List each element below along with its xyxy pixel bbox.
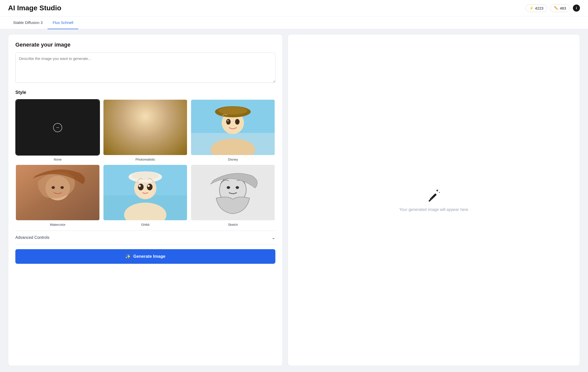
style-grid: − None	[15, 99, 275, 227]
svg-point-2	[133, 112, 158, 137]
empty-state-text: Your generated image will appear here	[399, 207, 468, 212]
advanced-controls-label: Advanced Controls	[15, 235, 49, 240]
style-item-photorealistic[interactable]: Photorealistic	[103, 99, 188, 161]
svg-point-36	[236, 186, 239, 189]
photorealistic-image	[103, 100, 187, 155]
style-item-watercolor[interactable]: Watercolor	[15, 164, 100, 227]
flash-credits-badge[interactable]: ⚡ 4223	[526, 4, 547, 12]
wand-icon: ✨	[125, 254, 131, 259]
style-thumb-photorealistic[interactable]	[103, 99, 188, 156]
flash-credits-value: 4223	[535, 6, 543, 10]
style-name-watercolor: Watercolor	[50, 223, 65, 227]
right-panel: Your generated image will appear here	[288, 34, 580, 366]
chevron-down-icon: ⌄	[272, 235, 275, 240]
empty-state: Your generated image will appear here	[399, 188, 468, 212]
section-title: Generate your image	[15, 42, 275, 48]
style-name-sketch: Sketch	[228, 223, 238, 227]
header: AI Image Studio ⚡ 4223 ✏️ 483 i	[0, 0, 588, 16]
info-icon: i	[576, 6, 577, 10]
svg-point-5	[140, 123, 143, 125]
style-thumb-disney[interactable]	[191, 99, 275, 156]
magic-wand-illustration	[426, 188, 441, 203]
app-title: AI Image Studio	[8, 4, 61, 12]
svg-point-14	[235, 119, 240, 125]
tab-flux-schnell[interactable]: Flux Schnell	[48, 16, 78, 29]
svg-point-30	[139, 185, 141, 187]
svg-point-31	[148, 185, 150, 187]
style-item-ghibli[interactable]: Ghibli	[103, 164, 188, 227]
tabs-bar: Stable Diffusion 3 Flux Schnell	[0, 16, 588, 29]
svg-point-12	[218, 107, 247, 115]
info-button[interactable]: i	[573, 5, 580, 12]
advanced-controls-row[interactable]: Advanced Controls ⌄	[15, 231, 275, 245]
tab-stable-diffusion[interactable]: Stable Diffusion 3	[8, 16, 48, 29]
lightning-icon: ⚡	[529, 6, 534, 10]
svg-point-4	[130, 107, 161, 116]
svg-rect-0	[103, 100, 187, 155]
style-item-none[interactable]: − None	[15, 99, 100, 161]
svg-point-16	[227, 120, 228, 121]
style-item-disney[interactable]: Disney	[191, 99, 275, 161]
svg-point-6	[148, 123, 151, 125]
none-icon: −	[53, 123, 62, 132]
style-thumb-sketch[interactable]	[191, 164, 275, 221]
svg-point-3	[126, 107, 165, 120]
style-name-disney: Disney	[228, 158, 238, 161]
left-panel: Generate your image Style − None	[8, 34, 283, 366]
brush-credits-badge[interactable]: ✏️ 483	[550, 4, 570, 12]
style-thumb-watercolor[interactable]	[15, 164, 100, 221]
style-name-none: None	[54, 158, 62, 161]
style-label: Style	[15, 90, 275, 95]
brush-credits-value: 483	[560, 6, 566, 10]
svg-point-27	[132, 172, 159, 180]
prompt-textarea[interactable]	[15, 53, 275, 83]
generate-button-label: Generate Image	[133, 254, 165, 259]
style-name-photorealistic: Photorealistic	[135, 158, 155, 161]
style-thumb-ghibli[interactable]	[103, 164, 188, 221]
header-actions: ⚡ 4223 ✏️ 483 i	[526, 4, 580, 12]
svg-point-29	[147, 184, 153, 191]
svg-point-1	[120, 133, 170, 155]
svg-point-35	[227, 186, 230, 189]
brush-icon: ✏️	[554, 6, 558, 10]
svg-point-20	[52, 186, 55, 189]
svg-point-28	[138, 184, 143, 191]
main-content: Generate your image Style − None	[0, 29, 588, 371]
svg-point-21	[60, 186, 64, 189]
style-name-ghibli: Ghibli	[141, 223, 150, 227]
style-thumb-none[interactable]: −	[15, 99, 100, 156]
generate-button[interactable]: ✨ Generate Image	[15, 249, 275, 264]
style-item-sketch[interactable]: Sketch	[191, 164, 275, 227]
